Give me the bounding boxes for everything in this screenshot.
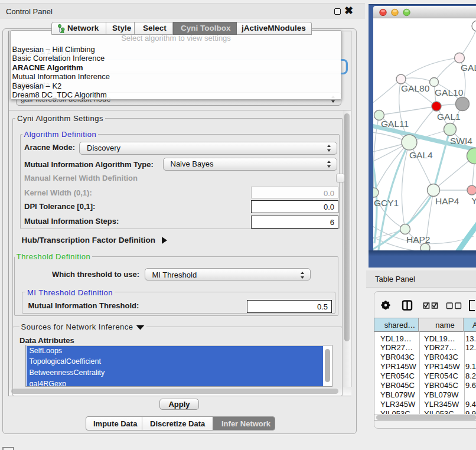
svg-text:GAL11: GAL11 (381, 119, 409, 129)
svg-text:GAL4: GAL4 (409, 150, 433, 160)
svg-text:HAP2: HAP2 (406, 234, 431, 244)
svg-text:GAL1: GAL1 (437, 112, 461, 122)
svg-text:YJ: YJ (471, 195, 476, 206)
svg-text:SWI4: SWI4 (450, 136, 472, 146)
svg-text:HAP4: HAP4 (435, 196, 459, 206)
svg-text:GAL10: GAL10 (435, 87, 464, 97)
svg-text:GAL80: GAL80 (401, 83, 430, 93)
svg-text:GAL7: GAL7 (461, 63, 476, 73)
svg-text:GCY1: GCY1 (374, 198, 399, 208)
